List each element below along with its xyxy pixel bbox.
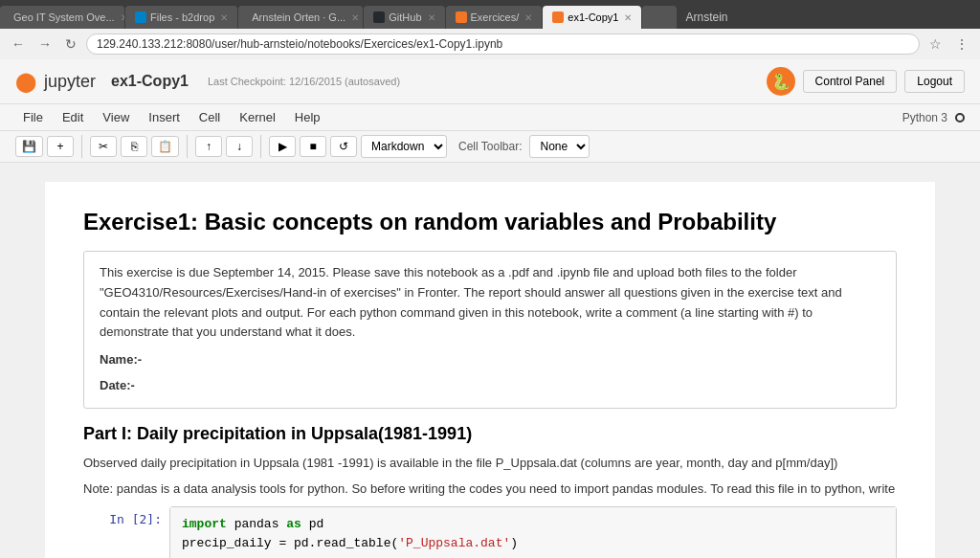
reload-button[interactable]: ↻	[61, 34, 80, 54]
tab-close[interactable]: ✕	[351, 12, 359, 23]
tab-label: ex1-Copy1	[568, 11, 618, 23]
tab-close[interactable]: ✕	[220, 12, 228, 23]
kernel-name: Python 3	[902, 111, 947, 124]
menu-help[interactable]: Help	[287, 106, 328, 128]
name-label: Name:-	[100, 350, 880, 370]
kernel-icon: 🐍	[767, 67, 795, 96]
tab-arnstein[interactable]: Arnstein Orten · G... ✕	[238, 6, 363, 29]
tab-exercices[interactable]: Exercices/ ✕	[446, 6, 543, 29]
move-down-button[interactable]: ↓	[226, 136, 253, 157]
tab-favicon	[652, 11, 663, 23]
menu-edit[interactable]: Edit	[55, 106, 91, 128]
tab-label: Files - b2drop	[150, 11, 214, 23]
tab-bar: Geo IT System Ove... ✕ Files - b2drop ✕ …	[0, 0, 980, 29]
address-input[interactable]	[86, 33, 920, 55]
tab-label: Exercices/	[471, 11, 520, 23]
tab-favicon	[456, 11, 467, 23]
jupyter-logo: ⬤ jupyter	[15, 70, 96, 93]
section1-text1: Observed daily precipitation in Uppsala …	[83, 454, 897, 474]
menu-insert[interactable]: Insert	[141, 106, 188, 128]
file-string: 'P_Uppsala.dat'	[398, 536, 510, 550]
jupyter-logo-icon: ⬤	[15, 70, 36, 93]
kernel-status-dot	[955, 113, 965, 123]
run-button[interactable]: ▶	[269, 136, 296, 157]
jupyter-header: ⬤ jupyter ex1-Copy1 Last Checkpoint: 12/…	[0, 59, 980, 104]
as-keyword: as	[286, 517, 301, 531]
section1-text2: Note: pandas is a data analysis tools fo…	[83, 480, 897, 500]
tab-label: GitHub	[389, 11, 421, 23]
code-line-1: import pandas as pd	[182, 515, 884, 534]
code-input[interactable]: import pandas as pd precip_daily = pd.re…	[170, 507, 896, 558]
tab-close[interactable]: ✕	[428, 12, 435, 23]
paste-button[interactable]: 📋	[151, 136, 179, 157]
menu-view[interactable]: View	[95, 106, 137, 128]
cell-toolbar-select[interactable]: None	[529, 135, 590, 158]
stop-button[interactable]: ■	[300, 136, 326, 157]
toolbar-separator-1	[81, 135, 82, 158]
bookmark-button[interactable]: ☆	[925, 34, 946, 54]
save-button[interactable]: 💾	[15, 136, 43, 157]
intro-cell[interactable]: This exercise is due September 14, 2015.…	[83, 251, 897, 409]
user-label: Arnstein	[685, 11, 727, 24]
checkpoint-label: Last Checkpoint: 12/16/2015 (autosaved)	[208, 76, 400, 87]
tab-close[interactable]: ✕	[121, 12, 124, 23]
notebook-container: Exercise1: Basic concepts on random vari…	[0, 163, 980, 558]
code-line-2: precip_daily = pd.read_table('P_Uppsala.…	[182, 534, 884, 553]
tab-b2drop[interactable]: Files - b2drop ✕	[125, 6, 237, 29]
tab-empty[interactable]	[642, 6, 677, 29]
tab-label: Arnstein Orten · G...	[252, 11, 345, 23]
import-keyword: import	[182, 517, 227, 531]
new-tab-button[interactable]: Arnstein	[678, 6, 735, 29]
control-panel-button[interactable]: Control Panel	[803, 70, 898, 93]
move-up-button[interactable]: ↑	[195, 136, 222, 157]
tab-favicon	[135, 11, 146, 23]
cell-toolbar-label: Cell Toolbar:	[458, 140, 522, 153]
date-label: Date:-	[100, 376, 880, 396]
tab-favicon	[373, 11, 385, 23]
tab-geo[interactable]: Geo IT System Ove... ✕	[0, 6, 124, 29]
toolbar-separator-3	[260, 135, 261, 158]
jupyter-title: jupyter	[44, 72, 96, 92]
intro-text: This exercise is due September 14, 2015.…	[100, 263, 880, 343]
menu-file[interactable]: File	[15, 106, 51, 128]
menu-kernel[interactable]: Kernel	[232, 106, 283, 128]
tab-ex1copy1[interactable]: ex1-Copy1 ✕	[543, 6, 641, 29]
menu-button[interactable]: ⋮	[951, 34, 972, 54]
closing-paren: )	[510, 536, 518, 550]
jupyter-actions: 🐍 Control Panel Logout	[767, 67, 965, 96]
logout-button[interactable]: Logout	[904, 70, 965, 93]
cell-type-select[interactable]: Markdown	[361, 135, 447, 158]
cut-button[interactable]: ✂	[90, 136, 117, 157]
restart-button[interactable]: ↺	[330, 136, 357, 157]
alias-name: pd	[309, 517, 324, 531]
notebook-inner: Exercise1: Basic concepts on random vari…	[45, 182, 935, 558]
forward-button[interactable]: →	[34, 34, 56, 54]
exercise-title: Exercise1: Basic concepts on random vari…	[83, 209, 897, 235]
toolbar: 💾 + ✂ ⎘ 📋 ↑ ↓ ▶ ■ ↺ Markdown Cell Toolba…	[0, 131, 980, 163]
section1-title: Part I: Daily precipitation in Uppsala(1…	[83, 424, 897, 444]
code-cell[interactable]: import pandas as pd precip_daily = pd.re…	[169, 506, 897, 558]
tab-label: Geo IT System Ove...	[13, 11, 115, 23]
back-button[interactable]: ←	[8, 34, 29, 54]
var-name: precip_daily = pd.read_table(	[182, 536, 398, 550]
address-bar: ← → ↻ ☆ ⋮	[0, 29, 980, 59]
browser-chrome: Geo IT System Ove... ✕ Files - b2drop ✕ …	[0, 0, 980, 59]
tab-close[interactable]: ✕	[524, 12, 532, 23]
tab-favicon	[552, 11, 564, 23]
cell-prompt: In [2]:	[83, 506, 169, 558]
notebook-name[interactable]: ex1-Copy1	[111, 73, 189, 90]
tab-close[interactable]: ✕	[624, 12, 632, 23]
menu-bar: File Edit View Insert Cell Kernel Help P…	[0, 104, 980, 131]
copy-button[interactable]: ⎘	[121, 136, 147, 157]
kernel-status-area: Python 3	[902, 111, 965, 124]
tab-github[interactable]: GitHub ✕	[364, 6, 444, 29]
add-cell-button[interactable]: +	[47, 136, 74, 157]
module-name: pandas	[234, 517, 287, 531]
code-cell-wrapper: In [2]: import pandas as pd precip_daily…	[83, 506, 897, 558]
menu-cell[interactable]: Cell	[191, 106, 228, 128]
toolbar-separator-2	[187, 135, 188, 158]
